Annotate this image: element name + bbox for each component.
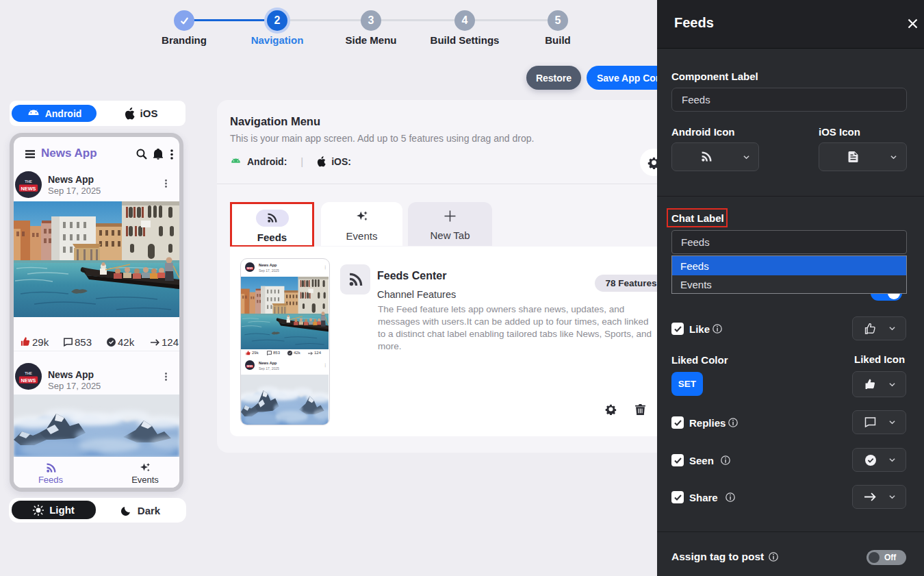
svg-text:NEWS: NEWS: [247, 267, 253, 270]
svg-text:NEWS: NEWS: [247, 365, 253, 368]
svg-text:NEWS: NEWS: [21, 186, 36, 192]
svg-text:THE: THE: [25, 179, 32, 184]
svg-text:THE: THE: [25, 371, 32, 375]
svg-text:NEWS: NEWS: [21, 377, 36, 384]
